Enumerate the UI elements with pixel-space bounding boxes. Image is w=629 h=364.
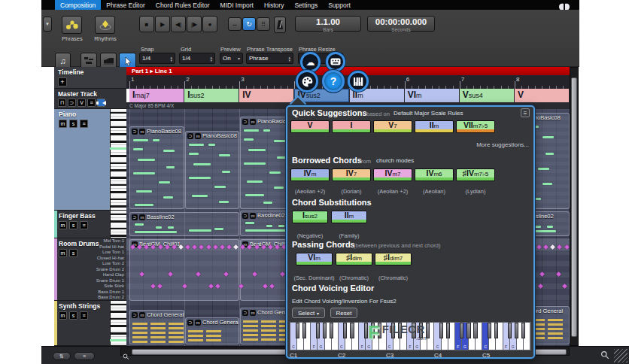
phrases-button[interactable] xyxy=(62,16,82,34)
track-room-drums-mute-button[interactable]: m xyxy=(59,249,67,257)
grid-field[interactable]: 1/4 ▴▾ xyxy=(179,53,215,64)
view-mode-button[interactable]: ≡ xyxy=(74,352,95,360)
track-finger-bass-mute-button[interactable]: m xyxy=(59,221,67,229)
chord-cell-v[interactable]: V xyxy=(515,89,570,102)
track-synth-strings-solo-button[interactable]: s xyxy=(69,311,77,320)
passing-chord-button--idim[interactable]: ♯Idim xyxy=(336,253,372,265)
chord-cell-vim[interactable]: VIm xyxy=(405,89,460,102)
track-synth-strings-mute-button[interactable]: m xyxy=(59,311,67,320)
black-key[interactable] xyxy=(473,323,477,338)
master-button-0[interactable]: ⊓ xyxy=(58,99,66,107)
play-button[interactable]: ▶ xyxy=(155,16,170,32)
stop-button[interactable]: ■ xyxy=(139,16,154,32)
rhythms-button[interactable] xyxy=(95,16,115,34)
master-speaker-button[interactable] xyxy=(97,99,105,107)
black-key[interactable] xyxy=(296,323,299,338)
menu-item-midi-import[interactable]: MIDI Import xyxy=(215,0,259,10)
go-to-start-button[interactable]: ◀| xyxy=(171,16,186,32)
span-mode-button[interactable]: ↔ xyxy=(228,17,242,31)
track-header-synth-strings[interactable]: Synth Stringsms≡ xyxy=(54,301,126,346)
black-key[interactable] xyxy=(350,323,354,338)
part-bar[interactable]: Part 1 ▸ Line 1 xyxy=(126,67,570,75)
go-to-end-button[interactable]: |▶ xyxy=(187,16,202,32)
quick-chord-button-iim[interactable]: IIm xyxy=(415,120,454,133)
popup-menu-button[interactable]: ≡ xyxy=(521,108,530,117)
track-header-finger-bass[interactable]: Finger Bassms≡ xyxy=(54,211,126,238)
voicing-reset-button[interactable]: Reset xyxy=(330,308,357,318)
collapse-toolbar-button[interactable]: ▼ xyxy=(43,17,52,32)
menu-item-settings[interactable]: Settings xyxy=(289,0,323,10)
quick-suggestions-rule-set[interactable]: Default Major Scale Rules xyxy=(394,110,463,117)
chord-cell-imaj7[interactable]: Imaj7 xyxy=(129,89,184,102)
master-button-3[interactable]: ≡ xyxy=(87,99,96,107)
black-key[interactable] xyxy=(508,323,512,338)
snap-stepper-icon[interactable]: ▴▾ xyxy=(170,56,172,62)
track-piano-mute-button[interactable]: m xyxy=(59,120,67,128)
phrase-transpose-field[interactable]: Phrase ▴▾ xyxy=(246,53,293,64)
cloud-overlay-button[interactable]: ☁ xyxy=(300,52,321,72)
track-piano-solo-button[interactable]: s xyxy=(69,120,77,128)
track-header-piano[interactable]: Pianoms≡ xyxy=(54,109,126,211)
piano-overlay-button[interactable] xyxy=(348,71,369,92)
black-key[interactable] xyxy=(316,323,320,338)
borrowed-chord-button-ivm[interactable]: IVm xyxy=(290,168,330,181)
track-piano-menu-button[interactable]: ≡ xyxy=(80,120,88,128)
help-overlay-button[interactable]: ? xyxy=(322,70,345,93)
master-button-2[interactable]: V xyxy=(77,99,86,107)
black-key[interactable] xyxy=(494,323,498,338)
substitutions-chord-button-iim[interactable]: IIm xyxy=(331,211,367,223)
black-key[interactable] xyxy=(488,323,491,338)
black-key[interactable] xyxy=(330,323,333,338)
substitutions-chord-button-isus2[interactable]: Isus2 xyxy=(292,211,328,223)
vertical-scrollbar[interactable] xyxy=(570,67,579,346)
menu-item-support[interactable]: Support xyxy=(323,0,356,10)
chord-cell-isus2[interactable]: Isus2 xyxy=(184,89,239,102)
window-resize-grip[interactable] xyxy=(614,349,627,362)
quick-chord-button-i[interactable]: I xyxy=(332,120,371,133)
record-button[interactable]: ● xyxy=(202,16,217,32)
menu-item-composition[interactable]: Composition xyxy=(55,0,101,10)
track-header-room-drums[interactable]: Room DrumsmsMid Tom 1Pedal Hi-hatLow Tom… xyxy=(54,238,126,301)
borrowed-chord-button-iv7[interactable]: IV7 xyxy=(332,168,371,181)
preview-select[interactable]: On ▾ xyxy=(220,53,243,64)
master-button-1[interactable]: ⊃ xyxy=(68,99,76,107)
black-key[interactable] xyxy=(515,323,518,338)
menu-item-chord-rules-editor[interactable]: Chord Rules Editor xyxy=(150,0,215,10)
vertical-scrollbar-thumb[interactable] xyxy=(571,77,577,337)
menu-item-history[interactable]: History xyxy=(259,0,289,10)
quick-chord-button-v7[interactable]: V7 xyxy=(373,120,412,133)
chord-cell-vsus4[interactable]: Vsus4 xyxy=(460,89,515,102)
midi-keys-button[interactable]: ⠿ xyxy=(257,17,270,31)
hscroll-zoom-icon[interactable] xyxy=(123,349,129,355)
menu-item-phrase-editor[interactable]: Phrase Editor xyxy=(101,0,150,10)
palette-overlay-button[interactable] xyxy=(296,70,318,93)
black-key[interactable] xyxy=(343,323,347,338)
more-suggestions-link[interactable]: More suggestions... xyxy=(476,141,529,148)
black-key[interactable] xyxy=(446,323,450,338)
borrowed-chords-source[interactable]: church modes xyxy=(376,157,414,164)
track-room-drums-solo-button[interactable]: s xyxy=(69,249,77,257)
black-key[interactable] xyxy=(302,323,306,338)
metronome-button[interactable] xyxy=(274,17,286,33)
voicing-select-button[interactable]: Select ▾ xyxy=(292,308,325,318)
quick-chord-button-v[interactable]: V xyxy=(290,120,330,133)
add-track-button[interactable]: + xyxy=(58,77,67,86)
borrowed-chord-button-ivm6[interactable]: IVm6 xyxy=(415,168,454,181)
grid-stepper-icon[interactable]: ▴▾ xyxy=(210,56,212,62)
track-synth-strings-menu-button[interactable]: ≡ xyxy=(80,311,88,320)
quick-chord-button-viim7-5[interactable]: VIIm7♭5 xyxy=(456,120,495,133)
time-display[interactable]: 00:00:00.000 Seconds xyxy=(367,16,435,32)
zoom-icon[interactable] xyxy=(600,349,609,358)
black-key[interactable] xyxy=(323,323,327,338)
position-display[interactable]: 1.1.00 Bars xyxy=(295,16,361,32)
chord-cell-iv[interactable]: IV xyxy=(239,89,294,102)
black-key[interactable] xyxy=(439,323,443,338)
snap-field[interactable]: 1/4 ▴▾ xyxy=(139,53,175,64)
track-finger-bass-menu-button[interactable]: ≡ xyxy=(80,221,88,229)
view-zoom-button[interactable]: ⇅ xyxy=(53,352,71,360)
black-key[interactable] xyxy=(466,323,470,338)
black-key[interactable] xyxy=(521,323,525,338)
black-key[interactable] xyxy=(460,323,463,338)
passing-chord-button-vim[interactable]: VIm xyxy=(296,253,333,265)
loop-toggle-button[interactable]: ↻ xyxy=(242,17,256,31)
